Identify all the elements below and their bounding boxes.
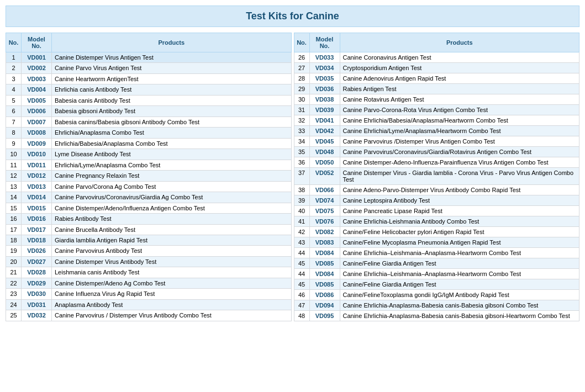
row-model: VD014: [22, 192, 52, 203]
row-model: VD029: [22, 278, 52, 288]
row-model: VD028: [22, 267, 52, 278]
table-row: 42VD082Canine/Feline Helicobacter pylori…: [294, 227, 579, 237]
row-model: VD086: [309, 290, 340, 300]
row-no: 48: [294, 311, 309, 321]
table-row: 27VD034Cryptosporidium Antigen Test: [294, 63, 579, 73]
table-row: 40VD075Canine Pancreatic Lipase Rapid Te…: [294, 206, 579, 216]
row-product: Babesia canins/Babesia gibsoni Antibody …: [52, 116, 292, 127]
row-model: VD039: [309, 105, 340, 115]
row-model: VD017: [22, 224, 52, 235]
row-model: VD045: [309, 136, 340, 147]
table-row: 35VD048Canine Parvovirus/Coronavirus/Gia…: [294, 147, 579, 157]
table-row: 45VD085Canine/Feline Giardia Antigen Tes…: [294, 279, 579, 290]
row-model: VD026: [22, 246, 52, 256]
row-model: VD027: [22, 256, 52, 267]
table-row: 44VD084Canine Ehrlichia–Leishmania–Anapl…: [294, 269, 579, 279]
row-model: VD038: [309, 94, 340, 105]
row-model: VD009: [22, 138, 52, 149]
row-no: 37: [294, 168, 309, 185]
row-product: Canine Adeno-Parvo-Distemper Virus Antib…: [340, 185, 579, 195]
row-product: Canine Ehrlichia-Anaplasma-Babesia canis…: [340, 311, 579, 321]
row-model: VD042: [309, 126, 340, 136]
left-header-model: Model No.: [22, 33, 52, 52]
row-product: Canine/Feline Giardia Antigen Test: [340, 279, 579, 290]
table-row: 48VD095Canine Ehrlichia-Anaplasma-Babesi…: [294, 311, 579, 321]
row-no: 9: [6, 138, 22, 149]
row-product: Anaplasma Antibody Test: [52, 299, 292, 310]
row-no: 32: [294, 115, 309, 126]
row-model: VD031: [22, 299, 52, 310]
row-model: VD085: [309, 258, 340, 269]
row-model: VD005: [22, 95, 52, 105]
row-no: 7: [6, 116, 22, 127]
row-no: 8: [6, 128, 22, 138]
row-no: 25: [6, 310, 22, 321]
row-product: Canine Parvo Virus Antigen Test: [52, 63, 292, 73]
row-product: Cryptosporidium Antigen Test: [340, 63, 579, 73]
row-model: VD016: [22, 214, 52, 224]
row-model: VD075: [309, 206, 340, 216]
row-no: 40: [294, 206, 309, 216]
table-row: 41VD076Canine Ehrlichia-Leishmania Antib…: [294, 216, 579, 227]
row-no: 21: [6, 267, 22, 278]
row-no: 20: [6, 256, 22, 267]
row-model: VD035: [309, 73, 340, 84]
row-model: VD084: [309, 269, 340, 279]
row-model: VD015: [22, 203, 52, 213]
row-model: VD033: [309, 52, 340, 63]
table-row: 13VD013Canine Parvo/Corona Ag Combo Test: [6, 181, 292, 192]
row-no: 22: [6, 278, 22, 288]
row-no: 35: [294, 147, 309, 157]
row-model: VD095: [309, 311, 340, 321]
row-product: Ehrlichia/Lyme/Anaplasma Combo Test: [52, 160, 292, 170]
left-table: No. Model No. Products 1VD001Canine Dist…: [6, 33, 292, 321]
row-product: Canine Distemper Virus Antibody Test: [52, 256, 292, 267]
table-row: 28VD035Canine Adenovirus Antigen Rapid T…: [294, 73, 579, 84]
row-product: Ehrlichia canis Antibody Test: [52, 84, 292, 95]
row-product: Canine Influenza Virus Ag Rapid Test: [52, 289, 292, 299]
row-product: Canine Rotavirus Antigen Test: [340, 94, 579, 105]
row-no: 42: [294, 227, 309, 237]
row-no: 44: [294, 248, 309, 258]
right-table: No. Model No. Products 26VD033Canine Cor…: [294, 33, 580, 321]
table-row: 29VD036Rabies Antigen Test: [294, 84, 579, 94]
row-product: Canine Parvovirus Antibody Test: [52, 246, 292, 256]
row-product: Canine Adenovirus Antigen Rapid Test: [340, 73, 579, 84]
row-product: Canine Parvovirus/Coronavirus/Giardia Ag…: [52, 192, 292, 203]
row-product: Canine Parvovirus/Coronavirus/Giardia/Ro…: [340, 147, 579, 157]
row-product: Canine Distemper/Adeno/Influenza Antigen…: [52, 203, 292, 213]
row-no: 45: [294, 279, 309, 290]
row-no: 41: [294, 216, 309, 227]
row-no: 11: [6, 160, 22, 170]
row-no: 46: [294, 290, 309, 300]
table-row: 11VD011Ehrlichia/Lyme/Anaplasma Combo Te…: [6, 160, 292, 170]
table-row: 8VD008Ehrlichia/Anaplasma Combo Test: [6, 128, 292, 138]
row-model: VD082: [309, 227, 340, 237]
left-header-no: No.: [6, 33, 22, 52]
row-no: 27: [294, 63, 309, 73]
row-model: VD041: [309, 115, 340, 126]
row-no: 15: [6, 203, 22, 213]
table-row: 24VD031Anaplasma Antibody Test: [6, 299, 292, 310]
row-no: 28: [294, 73, 309, 84]
row-model: VD001: [22, 52, 52, 63]
page-title: Test Kits for Canine: [6, 6, 579, 27]
row-no: 34: [294, 136, 309, 147]
row-product: Rabies Antigen Test: [340, 84, 579, 94]
table-row: 33VD042Canine Ehrlichia/Lyme/Anaplasma/H…: [294, 126, 579, 136]
table-row: 5VD005Babesia canis Antibody Test: [6, 95, 292, 105]
row-no: 18: [6, 235, 22, 245]
row-no: 24: [6, 299, 22, 310]
row-product: Canine Ehrlichia/Lyme/Anaplasma/Heartwor…: [340, 126, 579, 136]
row-product: Rabies Antibody Test: [52, 214, 292, 224]
row-no: 31: [294, 105, 309, 115]
row-model: VD003: [22, 73, 52, 84]
table-row: 21VD028Leishmania canis Antibody Test: [6, 267, 292, 278]
table-row: 3VD003Canine Heartworm AntigenTest: [6, 73, 292, 84]
row-no: 39: [294, 195, 309, 206]
table-row: 34VD045Canine Parvovirus /Distemper Viru…: [294, 136, 579, 147]
row-product: Canine Parvo-Corona-Rota Virus Antigen C…: [340, 105, 579, 115]
table-row: 44VD084Canine Ehrlichia–Leishmania–Anapl…: [294, 248, 579, 258]
table-row: 17VD017Canine Brucella Antibody Test: [6, 224, 292, 235]
table-row: 12VD012Canine Pregnancy Relaxin Test: [6, 171, 292, 181]
